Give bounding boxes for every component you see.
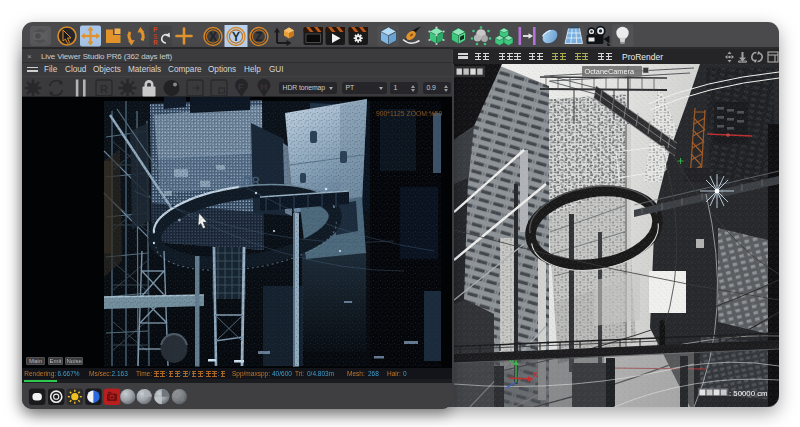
svg-text:: 50000 cm: : 50000 cm <box>729 389 768 398</box>
svg-text:Y: Y <box>510 359 515 366</box>
svg-text:Z: Z <box>255 30 262 44</box>
svg-text:H: H <box>261 82 268 92</box>
svg-text:R: R <box>100 83 108 95</box>
svg-text:Y: Y <box>232 30 240 44</box>
svg-text:OctaneCamera: OctaneCamera <box>585 67 635 76</box>
svg-text:X: X <box>533 371 538 378</box>
svg-text:900*1125 ZOOM:%50: 900*1125 ZOOM:%50 <box>376 110 443 117</box>
svg-text:F: F <box>238 82 244 92</box>
svg-text:R: R <box>153 39 158 46</box>
svg-text:X: X <box>209 30 217 44</box>
